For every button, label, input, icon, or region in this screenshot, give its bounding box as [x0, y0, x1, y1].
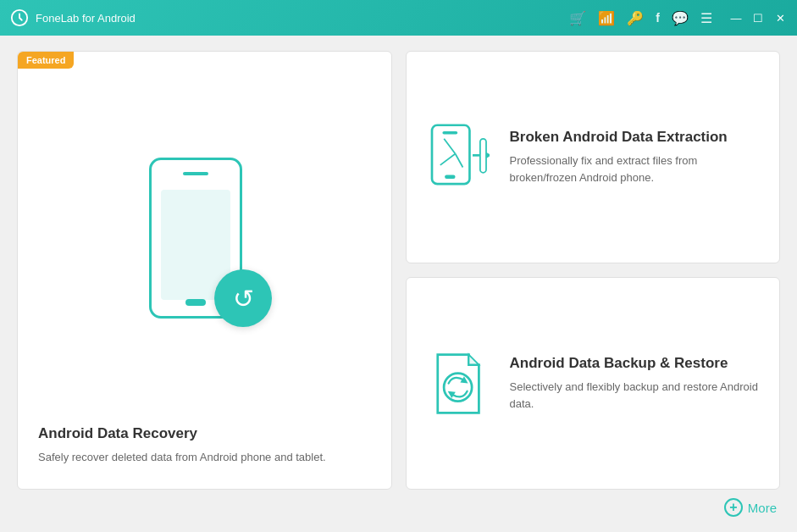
app-title: FoneLab for Android	[36, 12, 136, 25]
more-circle-icon: +	[724, 498, 743, 517]
chat-icon[interactable]: 💬	[672, 10, 689, 26]
broken-extraction-card[interactable]: Broken Android Data Extraction Professio…	[406, 51, 781, 263]
more-label: More	[748, 501, 777, 515]
wifi-icon[interactable]: 📶	[598, 10, 615, 26]
app-logo	[10, 8, 29, 27]
svg-rect-9	[479, 138, 485, 172]
key-icon[interactable]: 🔑	[627, 10, 644, 26]
backup-title: Android Data Backup & Restore	[510, 355, 761, 372]
facebook-icon[interactable]: f	[656, 11, 660, 25]
backup-info: Android Data Backup & Restore Selectivel…	[510, 355, 761, 412]
featured-card[interactable]: Featured ↺ Android Data Recovery Safely	[17, 51, 392, 490]
broken-extraction-title: Broken Android Data Extraction	[510, 129, 761, 146]
minimize-icon[interactable]: —	[729, 11, 743, 25]
broken-phone-svg	[429, 124, 490, 191]
phone-home-button	[185, 299, 206, 306]
titlebar: FoneLab for Android 🛒 📶 🔑 f 💬 ☰ — ☐ ✕	[0, 0, 797, 36]
featured-illustration: ↺	[136, 86, 272, 417]
svg-rect-3	[445, 175, 455, 178]
backup-description: Selectively and flexibly backup and rest…	[510, 379, 761, 412]
titlebar-right: 🛒 📶 🔑 f 💬 ☰ — ☐ ✕	[569, 10, 787, 26]
titlebar-left: FoneLab for Android	[10, 8, 136, 27]
backup-card[interactable]: Android Data Backup & Restore Selectivel…	[406, 277, 781, 490]
phone-speaker	[183, 172, 208, 175]
featured-card-description: Safely recover deleted data from Android…	[38, 449, 371, 466]
svg-rect-2	[442, 130, 457, 134]
maximize-icon[interactable]: ☐	[751, 11, 765, 25]
featured-card-title: Android Data Recovery	[38, 425, 371, 442]
broken-extraction-icon	[425, 124, 493, 191]
featured-badge: Featured	[18, 52, 74, 69]
broken-extraction-description: Professionally fix and extract files fro…	[510, 152, 761, 186]
refresh-circle: ↺	[214, 269, 272, 327]
window-controls: — ☐ ✕	[729, 11, 787, 25]
refresh-icon: ↺	[233, 284, 254, 313]
cart-icon[interactable]: 🛒	[569, 10, 586, 26]
more-row: + More	[17, 490, 780, 517]
phone-illustration: ↺	[136, 158, 272, 344]
more-button[interactable]: + More	[724, 498, 777, 517]
menu-icon[interactable]: ☰	[700, 10, 712, 26]
cards-grid: Featured ↺ Android Data Recovery Safely	[17, 51, 780, 490]
broken-extraction-info: Broken Android Data Extraction Professio…	[510, 129, 761, 186]
main-content: Featured ↺ Android Data Recovery Safely	[0, 36, 797, 532]
backup-svg	[429, 351, 489, 417]
backup-icon	[425, 351, 493, 417]
featured-card-info: Android Data Recovery Safely recover del…	[38, 417, 371, 466]
close-icon[interactable]: ✕	[773, 11, 787, 25]
